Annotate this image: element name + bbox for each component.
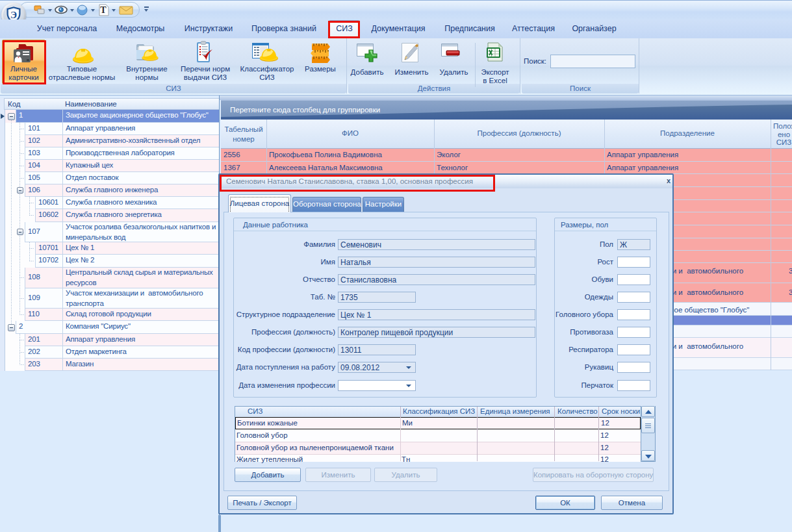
svg-text:Э: Э <box>10 10 17 20</box>
svg-text:T: T <box>100 5 107 15</box>
